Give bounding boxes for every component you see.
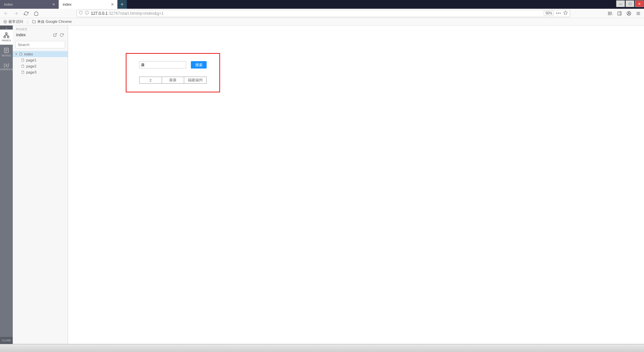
taskbar[interactable]: [0, 344, 644, 352]
sidebar-icon[interactable]: [616, 10, 623, 16]
page-icon: [19, 52, 23, 56]
bookmark-from-chrome[interactable]: 来自 Google Chrome: [32, 19, 72, 24]
browser-tab-1[interactable]: index ×: [59, 0, 117, 9]
svg-rect-12: [6, 33, 7, 35]
library-icon[interactable]: [607, 10, 613, 16]
svg-rect-13: [4, 36, 6, 38]
zoom-level[interactable]: 90%: [544, 11, 554, 16]
menu-icon[interactable]: [635, 10, 641, 16]
bookmarks-bar: 最常访问 | 来自 Google Chrome: [0, 18, 644, 26]
bookmark-most-visited[interactable]: 最常访问: [3, 19, 23, 24]
shield-icon[interactable]: [79, 11, 83, 16]
svg-line-23: [55, 34, 57, 36]
tab-title: index: [4, 2, 51, 6]
panel-header: PAGES: [13, 26, 68, 32]
tree-item-page3[interactable]: page3: [13, 69, 68, 75]
refresh-icon[interactable]: [59, 32, 64, 38]
svg-point-11: [5, 21, 6, 22]
page-icon: [21, 64, 25, 68]
rail-close[interactable]: CLOSE: [0, 337, 13, 344]
svg-marker-3: [564, 11, 568, 14]
new-tab-button[interactable]: +: [117, 0, 127, 9]
rail-notes[interactable]: NOTES: [0, 45, 13, 60]
url-text: 127.0.0.1:32767/start.html#p=index&g=1: [91, 11, 542, 16]
chevron-down-icon[interactable]: ▾: [15, 52, 19, 56]
panel-search: [15, 41, 65, 48]
info-icon[interactable]: [85, 11, 89, 16]
minimize-button[interactable]: —: [616, 0, 625, 7]
close-icon[interactable]: ×: [51, 2, 56, 7]
home-button[interactable]: [33, 10, 40, 17]
svg-rect-14: [7, 36, 9, 38]
search-button[interactable]: 搜索: [191, 61, 207, 69]
panel-title-row: index: [13, 32, 68, 40]
svg-rect-4: [618, 11, 622, 15]
pages-tree: ▾ index page1 page2: [13, 50, 68, 77]
window-controls: — ☐ ✕: [616, 0, 644, 9]
content-area: 搜索 2 康康 福建福州: [68, 26, 644, 344]
pages-panel: PAGES index ▾ index: [13, 26, 68, 344]
close-icon[interactable]: ×: [110, 2, 115, 7]
table-row: 2 康康 福建福州: [140, 77, 207, 84]
search-row: 搜索: [139, 61, 207, 69]
maximize-button[interactable]: ☐: [626, 0, 634, 7]
url-bar: 127.0.0.1:32767/start.html#p=index&g=1 9…: [0, 9, 644, 18]
account-icon[interactable]: [626, 10, 632, 16]
rail-console[interactable]: (x) CONSOLE: [0, 60, 13, 74]
page-icon: [21, 71, 25, 74]
demo-box: 搜索 2 康康 福建福州: [126, 53, 220, 92]
cell-location: 福建福州: [184, 77, 207, 84]
forward-button[interactable]: [13, 10, 19, 17]
collapse-icon[interactable]: ⌄: [0, 26, 13, 30]
svg-point-7: [628, 12, 630, 13]
search-field[interactable]: [139, 61, 186, 69]
results-table: 2 康康 福建福州: [139, 77, 207, 84]
page-icon: [21, 58, 25, 62]
more-icon[interactable]: •••: [556, 11, 561, 16]
bookmark-star-icon[interactable]: [563, 10, 568, 16]
cell-id: 2: [140, 77, 162, 84]
search-input[interactable]: [15, 41, 65, 48]
export-icon[interactable]: [52, 32, 58, 38]
tab-title: index: [63, 2, 110, 6]
close-window-button[interactable]: ✕: [635, 0, 644, 7]
cell-name: 康康: [162, 77, 184, 84]
browser-tab-0[interactable]: index ×: [0, 0, 59, 9]
tree-item-page1[interactable]: page1: [13, 57, 68, 63]
url-input[interactable]: 127.0.0.1:32767/start.html#p=index&g=1 9…: [76, 10, 570, 17]
tree-root[interactable]: ▾ index: [13, 51, 68, 57]
reload-button[interactable]: [23, 10, 30, 17]
panel-title: index: [16, 33, 51, 37]
rail-pages[interactable]: PAGES: [0, 30, 13, 45]
back-button[interactable]: [3, 10, 9, 17]
browser-tabs: index × index × + — ☐ ✕: [0, 0, 644, 9]
left-rail: ⌄ PAGES NOTES (x) CONSOLE CLOSE: [0, 26, 13, 344]
tree-item-page2[interactable]: page2: [13, 63, 68, 69]
app-body: ⌄ PAGES NOTES (x) CONSOLE CLOSE PAGES in…: [0, 26, 644, 344]
